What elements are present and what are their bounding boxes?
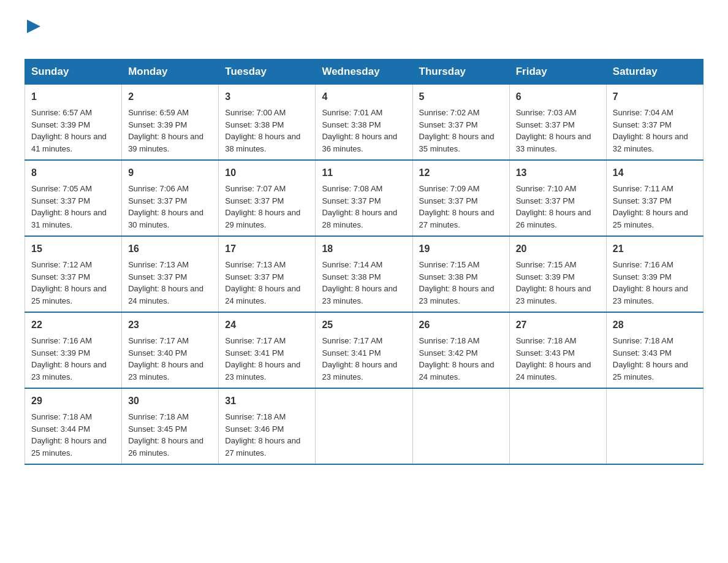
daylight-text: Daylight: 8 hours and 23 minutes. [516, 284, 591, 305]
sunrise-text: Sunrise: 7:13 AM [128, 260, 189, 269]
sunrise-text: Sunrise: 6:57 AM [31, 108, 92, 117]
calendar-cell: 15Sunrise: 7:12 AMSunset: 3:37 PMDayligh… [25, 236, 122, 312]
daylight-text: Daylight: 8 hours and 39 minutes. [128, 132, 203, 153]
daylight-text: Daylight: 8 hours and 23 minutes. [128, 360, 203, 381]
day-number: 1 [31, 90, 115, 104]
calendar-week-row: 8Sunrise: 7:05 AMSunset: 3:37 PMDaylight… [25, 160, 703, 236]
sunrise-text: Sunrise: 7:17 AM [128, 336, 189, 345]
calendar-cell: 26Sunrise: 7:18 AMSunset: 3:42 PMDayligh… [412, 312, 509, 388]
sunset-text: Sunset: 3:39 PM [128, 120, 187, 129]
day-number: 8 [31, 166, 115, 180]
header-wednesday: Wednesday [316, 59, 412, 85]
daylight-text: Daylight: 8 hours and 24 minutes. [128, 284, 203, 305]
sunrise-text: Sunrise: 7:06 AM [128, 184, 189, 193]
sunrise-text: Sunrise: 7:11 AM [613, 184, 673, 193]
daylight-text: Daylight: 8 hours and 32 minutes. [613, 132, 688, 153]
calendar-cell: 27Sunrise: 7:18 AMSunset: 3:43 PMDayligh… [509, 312, 606, 388]
sunrise-text: Sunrise: 6:59 AM [128, 108, 189, 117]
daylight-text: Daylight: 8 hours and 23 minutes. [31, 360, 107, 381]
sunset-text: Sunset: 3:37 PM [516, 120, 575, 129]
calendar-cell [509, 388, 606, 464]
sunrise-text: Sunrise: 7:15 AM [516, 260, 577, 269]
header-sunday: Sunday [25, 59, 122, 85]
sunset-text: Sunset: 3:37 PM [419, 120, 478, 129]
sunset-text: Sunset: 3:38 PM [225, 120, 284, 129]
calendar-cell: 2Sunrise: 6:59 AMSunset: 3:39 PMDaylight… [122, 85, 219, 161]
sunrise-text: Sunrise: 7:18 AM [128, 412, 189, 421]
daylight-text: Daylight: 8 hours and 25 minutes. [613, 360, 688, 381]
day-number: 23 [128, 318, 212, 332]
sunrise-text: Sunrise: 7:05 AM [31, 184, 92, 193]
calendar-cell: 29Sunrise: 7:18 AMSunset: 3:44 PMDayligh… [25, 388, 122, 464]
daylight-text: Daylight: 8 hours and 23 minutes. [419, 284, 495, 305]
header [25, 18, 703, 53]
day-number: 29 [31, 394, 115, 408]
calendar-cell: 5Sunrise: 7:02 AMSunset: 3:37 PMDaylight… [412, 85, 509, 161]
calendar-cell: 18Sunrise: 7:14 AMSunset: 3:38 PMDayligh… [316, 236, 412, 312]
sunrise-text: Sunrise: 7:10 AM [516, 184, 577, 193]
sunset-text: Sunset: 3:39 PM [516, 272, 575, 282]
sunrise-text: Sunrise: 7:09 AM [419, 184, 480, 193]
calendar-table: SundayMondayTuesdayWednesdayThursdayFrid… [25, 59, 703, 465]
day-number: 3 [225, 90, 309, 104]
sunset-text: Sunset: 3:42 PM [419, 348, 478, 358]
sunset-text: Sunset: 3:39 PM [31, 348, 90, 358]
header-saturday: Saturday [606, 59, 703, 85]
calendar-week-row: 1Sunrise: 6:57 AMSunset: 3:39 PMDaylight… [25, 85, 703, 161]
sunset-text: Sunset: 3:43 PM [613, 348, 672, 358]
sunrise-text: Sunrise: 7:02 AM [419, 108, 480, 117]
header-monday: Monday [122, 59, 219, 85]
calendar-cell: 4Sunrise: 7:01 AMSunset: 3:38 PMDaylight… [316, 85, 412, 161]
daylight-text: Daylight: 8 hours and 23 minutes. [322, 360, 397, 381]
calendar-cell: 28Sunrise: 7:18 AMSunset: 3:43 PMDayligh… [606, 312, 703, 388]
day-number: 2 [128, 90, 212, 104]
daylight-text: Daylight: 8 hours and 27 minutes. [419, 208, 495, 229]
sunrise-text: Sunrise: 7:13 AM [225, 260, 286, 269]
day-number: 12 [419, 166, 503, 180]
header-tuesday: Tuesday [219, 59, 316, 85]
calendar-week-row: 15Sunrise: 7:12 AMSunset: 3:37 PMDayligh… [25, 236, 703, 312]
calendar-cell: 19Sunrise: 7:15 AMSunset: 3:38 PMDayligh… [412, 236, 509, 312]
daylight-text: Daylight: 8 hours and 38 minutes. [225, 132, 300, 153]
calendar-week-row: 29Sunrise: 7:18 AMSunset: 3:44 PMDayligh… [25, 388, 703, 464]
calendar-header-row: SundayMondayTuesdayWednesdayThursdayFrid… [25, 59, 703, 85]
day-number: 27 [516, 318, 600, 332]
calendar-cell [606, 388, 703, 464]
calendar-cell: 10Sunrise: 7:07 AMSunset: 3:37 PMDayligh… [219, 160, 316, 236]
calendar-cell: 20Sunrise: 7:15 AMSunset: 3:39 PMDayligh… [509, 236, 606, 312]
sunrise-text: Sunrise: 7:18 AM [613, 336, 673, 345]
calendar-cell: 11Sunrise: 7:08 AMSunset: 3:37 PMDayligh… [316, 160, 412, 236]
daylight-text: Daylight: 8 hours and 25 minutes. [31, 284, 107, 305]
daylight-text: Daylight: 8 hours and 24 minutes. [419, 360, 495, 381]
calendar-cell: 12Sunrise: 7:09 AMSunset: 3:37 PMDayligh… [412, 160, 509, 236]
sunrise-text: Sunrise: 7:18 AM [225, 412, 286, 421]
calendar-cell: 7Sunrise: 7:04 AMSunset: 3:37 PMDaylight… [606, 85, 703, 161]
calendar-cell: 6Sunrise: 7:03 AMSunset: 3:37 PMDaylight… [509, 85, 606, 161]
sunrise-text: Sunrise: 7:17 AM [322, 336, 382, 345]
day-number: 7 [613, 90, 697, 104]
day-number: 19 [419, 242, 503, 256]
sunset-text: Sunset: 3:38 PM [322, 272, 381, 282]
calendar-cell: 23Sunrise: 7:17 AMSunset: 3:40 PMDayligh… [122, 312, 219, 388]
daylight-text: Daylight: 8 hours and 23 minutes. [322, 284, 397, 305]
calendar-cell: 1Sunrise: 6:57 AMSunset: 3:39 PMDaylight… [25, 85, 122, 161]
daylight-text: Daylight: 8 hours and 35 minutes. [419, 132, 495, 153]
sunset-text: Sunset: 3:37 PM [31, 196, 90, 205]
sunset-text: Sunset: 3:37 PM [128, 196, 187, 205]
day-number: 26 [419, 318, 503, 332]
day-number: 30 [128, 394, 212, 408]
sunset-text: Sunset: 3:37 PM [613, 120, 672, 129]
sunrise-text: Sunrise: 7:12 AM [31, 260, 92, 269]
calendar-cell: 16Sunrise: 7:13 AMSunset: 3:37 PMDayligh… [122, 236, 219, 312]
day-number: 13 [516, 166, 600, 180]
sunset-text: Sunset: 3:44 PM [31, 424, 90, 434]
sunset-text: Sunset: 3:38 PM [322, 120, 381, 129]
calendar-cell: 9Sunrise: 7:06 AMSunset: 3:37 PMDaylight… [122, 160, 219, 236]
sunrise-text: Sunrise: 7:18 AM [516, 336, 577, 345]
day-number: 4 [322, 90, 406, 104]
calendar-cell: 8Sunrise: 7:05 AMSunset: 3:37 PMDaylight… [25, 160, 122, 236]
calendar-cell [316, 388, 412, 464]
day-number: 25 [322, 318, 406, 332]
sunset-text: Sunset: 3:38 PM [419, 272, 478, 282]
day-number: 24 [225, 318, 309, 332]
